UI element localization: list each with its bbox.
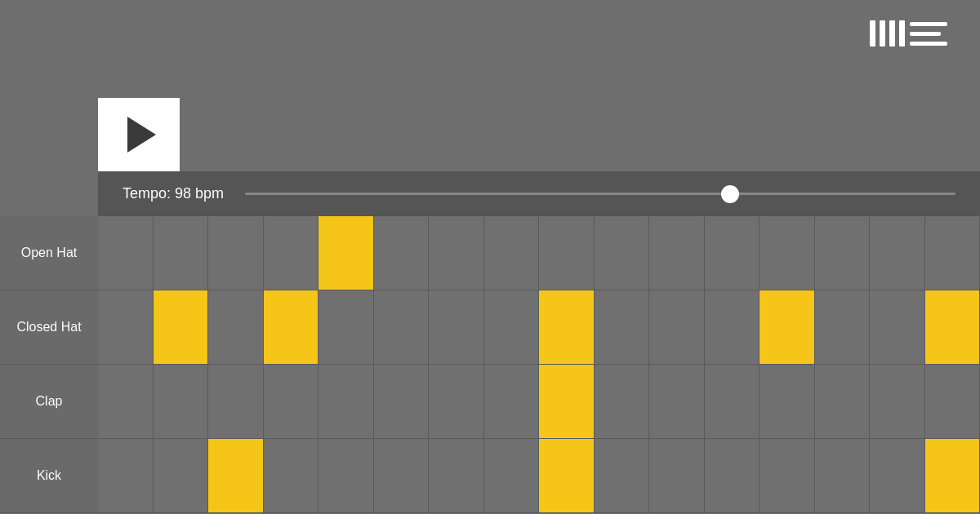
seq-cell-2-14[interactable]: [870, 365, 925, 438]
seq-cell-1-7[interactable]: [484, 290, 540, 364]
seq-cell-3-15[interactable]: [925, 439, 981, 512]
seq-cell-1-1[interactable]: [154, 290, 209, 364]
bar-4: [899, 20, 905, 47]
seq-cell-0-9[interactable]: [595, 216, 650, 290]
seq-cell-2-3[interactable]: [264, 365, 319, 438]
seq-cell-1-9[interactable]: [595, 290, 650, 364]
seq-cell-0-14[interactable]: [870, 216, 925, 290]
seq-row-closed-hat: Closed Hat: [0, 290, 980, 365]
seq-cell-0-15[interactable]: [925, 216, 981, 290]
seq-cell-0-4[interactable]: [318, 216, 374, 290]
seq-cell-0-8[interactable]: [539, 216, 595, 290]
seq-cell-1-2[interactable]: [208, 290, 264, 364]
seq-cell-2-1[interactable]: [154, 365, 209, 438]
line-2: [910, 32, 941, 36]
row-label-0: Open Hat: [0, 216, 98, 290]
seq-cell-3-1[interactable]: [154, 439, 209, 512]
seq-cell-2-12[interactable]: [760, 365, 815, 438]
play-icon: [127, 117, 156, 153]
seq-cell-2-7[interactable]: [484, 365, 540, 438]
seq-cell-2-0[interactable]: [98, 365, 154, 438]
bar-1: [870, 20, 875, 47]
seq-cell-0-5[interactable]: [374, 216, 430, 290]
seq-cell-0-3[interactable]: [264, 216, 319, 290]
bar-3: [889, 20, 895, 47]
tempo-slider-track[interactable]: [245, 193, 956, 195]
seq-cell-0-0[interactable]: [98, 216, 154, 290]
seq-cell-1-0[interactable]: [98, 290, 154, 364]
tempo-label: Tempo: 98 bpm: [122, 185, 229, 202]
seq-cell-0-10[interactable]: [649, 216, 705, 290]
seq-cell-3-9[interactable]: [595, 439, 650, 512]
seq-cell-3-12[interactable]: [760, 439, 815, 512]
sequencer-grid: Open HatClosed HatClapKick: [0, 216, 980, 514]
seq-cell-3-11[interactable]: [705, 439, 760, 512]
seq-cell-2-9[interactable]: [595, 365, 650, 438]
horizontal-lines: [910, 22, 947, 46]
row-label-1: Closed Hat: [0, 290, 98, 364]
vertical-bars: [870, 20, 905, 47]
seq-row-open-hat: Open Hat: [0, 216, 980, 290]
seq-cell-3-2[interactable]: [208, 439, 264, 512]
seq-cell-0-1[interactable]: [154, 216, 209, 290]
row-label-3: Kick: [0, 439, 98, 512]
row-cells-1: [98, 290, 980, 364]
seq-cell-0-13[interactable]: [815, 216, 871, 290]
seq-cell-2-2[interactable]: [208, 365, 264, 438]
line-3: [910, 42, 947, 46]
seq-cell-1-5[interactable]: [374, 290, 430, 364]
play-button[interactable]: [98, 98, 180, 171]
seq-cell-2-13[interactable]: [815, 365, 871, 438]
seq-cell-3-8[interactable]: [539, 439, 595, 512]
seq-cell-1-6[interactable]: [429, 290, 484, 364]
seq-cell-2-6[interactable]: [429, 365, 484, 438]
seq-cell-3-3[interactable]: [264, 439, 319, 512]
row-cells-2: [98, 365, 980, 438]
seq-cell-2-15[interactable]: [925, 365, 981, 438]
seq-cell-1-15[interactable]: [925, 290, 981, 364]
seq-cell-0-2[interactable]: [208, 216, 264, 290]
tempo-bar: Tempo: 98 bpm: [98, 171, 980, 216]
seq-cell-1-4[interactable]: [318, 290, 374, 364]
seq-cell-3-0[interactable]: [98, 439, 154, 512]
seq-cell-3-4[interactable]: [318, 439, 374, 512]
row-label-2: Clap: [0, 365, 98, 438]
row-cells-0: [98, 216, 980, 290]
seq-cell-1-3[interactable]: [264, 290, 319, 364]
seq-cell-2-4[interactable]: [318, 365, 374, 438]
seq-cell-0-6[interactable]: [429, 216, 484, 290]
seq-row-clap: Clap: [0, 365, 980, 439]
seq-row-kick: Kick: [0, 439, 980, 513]
seq-cell-1-8[interactable]: [539, 290, 595, 364]
seq-cell-0-11[interactable]: [705, 216, 760, 290]
seq-cell-1-11[interactable]: [705, 290, 760, 364]
seq-cell-1-14[interactable]: [870, 290, 925, 364]
menu-icon[interactable]: [870, 20, 947, 47]
seq-cell-1-10[interactable]: [649, 290, 705, 364]
seq-cell-2-10[interactable]: [649, 365, 705, 438]
seq-cell-2-8[interactable]: [539, 365, 595, 438]
seq-cell-2-5[interactable]: [374, 365, 430, 438]
seq-cell-0-7[interactable]: [484, 216, 540, 290]
seq-cell-3-10[interactable]: [649, 439, 705, 512]
seq-cell-3-14[interactable]: [870, 439, 925, 512]
seq-cell-3-13[interactable]: [815, 439, 871, 512]
seq-cell-1-12[interactable]: [760, 290, 815, 364]
seq-cell-3-5[interactable]: [374, 439, 430, 512]
seq-cell-2-11[interactable]: [705, 365, 760, 438]
seq-cell-3-7[interactable]: [484, 439, 540, 512]
seq-cell-0-12[interactable]: [760, 216, 815, 290]
seq-cell-3-6[interactable]: [429, 439, 484, 512]
bar-2: [880, 20, 885, 47]
tempo-slider-thumb[interactable]: [721, 185, 739, 203]
row-cells-3: [98, 439, 980, 512]
seq-cell-1-13[interactable]: [815, 290, 871, 364]
line-1: [910, 22, 947, 26]
